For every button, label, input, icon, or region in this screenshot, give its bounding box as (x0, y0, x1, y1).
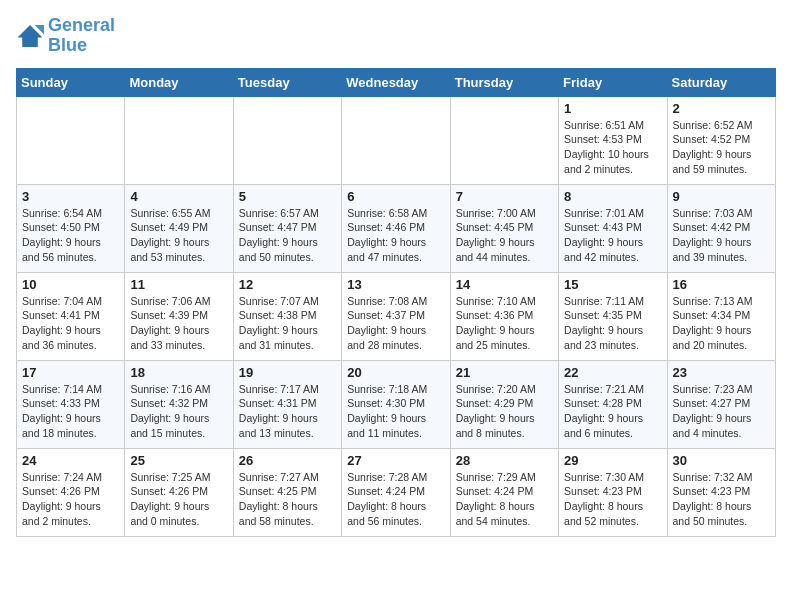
day-number: 6 (347, 189, 444, 204)
day-number: 20 (347, 365, 444, 380)
logo-icon (16, 22, 44, 50)
calendar-cell: 3Sunrise: 6:54 AMSunset: 4:50 PMDaylight… (17, 184, 125, 272)
day-info: Sunrise: 7:08 AMSunset: 4:37 PMDaylight:… (347, 294, 444, 353)
day-number: 13 (347, 277, 444, 292)
logo-line2: Blue (48, 36, 115, 56)
calendar-week-row: 10Sunrise: 7:04 AMSunset: 4:41 PMDayligh… (17, 272, 776, 360)
calendar-cell: 12Sunrise: 7:07 AMSunset: 4:38 PMDayligh… (233, 272, 341, 360)
day-info: Sunrise: 6:55 AMSunset: 4:49 PMDaylight:… (130, 206, 227, 265)
calendar-cell (233, 96, 341, 184)
day-number: 19 (239, 365, 336, 380)
day-info: Sunrise: 7:30 AMSunset: 4:23 PMDaylight:… (564, 470, 661, 529)
day-number: 30 (673, 453, 770, 468)
day-number: 10 (22, 277, 119, 292)
calendar-cell: 7Sunrise: 7:00 AMSunset: 4:45 PMDaylight… (450, 184, 558, 272)
day-number: 16 (673, 277, 770, 292)
calendar-cell: 21Sunrise: 7:20 AMSunset: 4:29 PMDayligh… (450, 360, 558, 448)
calendar-cell: 13Sunrise: 7:08 AMSunset: 4:37 PMDayligh… (342, 272, 450, 360)
calendar-cell (17, 96, 125, 184)
calendar-cell: 15Sunrise: 7:11 AMSunset: 4:35 PMDayligh… (559, 272, 667, 360)
day-number: 4 (130, 189, 227, 204)
day-number: 27 (347, 453, 444, 468)
calendar-week-row: 17Sunrise: 7:14 AMSunset: 4:33 PMDayligh… (17, 360, 776, 448)
day-info: Sunrise: 6:52 AMSunset: 4:52 PMDaylight:… (673, 118, 770, 177)
day-of-week-header: Sunday (17, 68, 125, 96)
calendar-cell (125, 96, 233, 184)
calendar-week-row: 24Sunrise: 7:24 AMSunset: 4:26 PMDayligh… (17, 448, 776, 536)
day-number: 12 (239, 277, 336, 292)
calendar-cell: 27Sunrise: 7:28 AMSunset: 4:24 PMDayligh… (342, 448, 450, 536)
day-info: Sunrise: 7:23 AMSunset: 4:27 PMDaylight:… (673, 382, 770, 441)
day-number: 2 (673, 101, 770, 116)
day-number: 14 (456, 277, 553, 292)
day-number: 11 (130, 277, 227, 292)
calendar-cell: 14Sunrise: 7:10 AMSunset: 4:36 PMDayligh… (450, 272, 558, 360)
day-number: 21 (456, 365, 553, 380)
day-info: Sunrise: 7:24 AMSunset: 4:26 PMDaylight:… (22, 470, 119, 529)
day-number: 1 (564, 101, 661, 116)
day-info: Sunrise: 7:25 AMSunset: 4:26 PMDaylight:… (130, 470, 227, 529)
day-info: Sunrise: 7:17 AMSunset: 4:31 PMDaylight:… (239, 382, 336, 441)
day-info: Sunrise: 7:03 AMSunset: 4:42 PMDaylight:… (673, 206, 770, 265)
day-info: Sunrise: 7:13 AMSunset: 4:34 PMDaylight:… (673, 294, 770, 353)
calendar-cell: 22Sunrise: 7:21 AMSunset: 4:28 PMDayligh… (559, 360, 667, 448)
calendar-table: SundayMondayTuesdayWednesdayThursdayFrid… (16, 68, 776, 537)
day-number: 18 (130, 365, 227, 380)
calendar-cell: 26Sunrise: 7:27 AMSunset: 4:25 PMDayligh… (233, 448, 341, 536)
day-info: Sunrise: 7:14 AMSunset: 4:33 PMDaylight:… (22, 382, 119, 441)
day-info: Sunrise: 7:29 AMSunset: 4:24 PMDaylight:… (456, 470, 553, 529)
day-number: 23 (673, 365, 770, 380)
calendar-cell (450, 96, 558, 184)
calendar-cell: 16Sunrise: 7:13 AMSunset: 4:34 PMDayligh… (667, 272, 775, 360)
day-info: Sunrise: 7:32 AMSunset: 4:23 PMDaylight:… (673, 470, 770, 529)
page-header: General Blue (16, 16, 776, 56)
calendar-cell (342, 96, 450, 184)
day-number: 3 (22, 189, 119, 204)
day-number: 28 (456, 453, 553, 468)
calendar-cell: 24Sunrise: 7:24 AMSunset: 4:26 PMDayligh… (17, 448, 125, 536)
day-info: Sunrise: 7:00 AMSunset: 4:45 PMDaylight:… (456, 206, 553, 265)
day-info: Sunrise: 7:27 AMSunset: 4:25 PMDaylight:… (239, 470, 336, 529)
day-of-week-header: Monday (125, 68, 233, 96)
day-info: Sunrise: 7:07 AMSunset: 4:38 PMDaylight:… (239, 294, 336, 353)
day-info: Sunrise: 7:04 AMSunset: 4:41 PMDaylight:… (22, 294, 119, 353)
calendar-cell: 20Sunrise: 7:18 AMSunset: 4:30 PMDayligh… (342, 360, 450, 448)
day-of-week-header: Tuesday (233, 68, 341, 96)
day-number: 15 (564, 277, 661, 292)
day-number: 26 (239, 453, 336, 468)
day-number: 29 (564, 453, 661, 468)
calendar-cell: 2Sunrise: 6:52 AMSunset: 4:52 PMDaylight… (667, 96, 775, 184)
day-info: Sunrise: 6:51 AMSunset: 4:53 PMDaylight:… (564, 118, 661, 177)
logo: General Blue (16, 16, 115, 56)
day-info: Sunrise: 6:57 AMSunset: 4:47 PMDaylight:… (239, 206, 336, 265)
calendar-cell: 10Sunrise: 7:04 AMSunset: 4:41 PMDayligh… (17, 272, 125, 360)
calendar-cell: 17Sunrise: 7:14 AMSunset: 4:33 PMDayligh… (17, 360, 125, 448)
day-info: Sunrise: 6:58 AMSunset: 4:46 PMDaylight:… (347, 206, 444, 265)
calendar-cell: 8Sunrise: 7:01 AMSunset: 4:43 PMDaylight… (559, 184, 667, 272)
day-number: 22 (564, 365, 661, 380)
calendar-cell: 25Sunrise: 7:25 AMSunset: 4:26 PMDayligh… (125, 448, 233, 536)
day-info: Sunrise: 7:16 AMSunset: 4:32 PMDaylight:… (130, 382, 227, 441)
calendar-cell: 30Sunrise: 7:32 AMSunset: 4:23 PMDayligh… (667, 448, 775, 536)
day-number: 8 (564, 189, 661, 204)
day-of-week-header: Thursday (450, 68, 558, 96)
day-info: Sunrise: 7:06 AMSunset: 4:39 PMDaylight:… (130, 294, 227, 353)
day-of-week-header: Friday (559, 68, 667, 96)
calendar-cell: 4Sunrise: 6:55 AMSunset: 4:49 PMDaylight… (125, 184, 233, 272)
day-number: 25 (130, 453, 227, 468)
day-info: Sunrise: 7:01 AMSunset: 4:43 PMDaylight:… (564, 206, 661, 265)
calendar-cell: 28Sunrise: 7:29 AMSunset: 4:24 PMDayligh… (450, 448, 558, 536)
day-number: 7 (456, 189, 553, 204)
day-number: 17 (22, 365, 119, 380)
day-info: Sunrise: 7:11 AMSunset: 4:35 PMDaylight:… (564, 294, 661, 353)
day-info: Sunrise: 6:54 AMSunset: 4:50 PMDaylight:… (22, 206, 119, 265)
day-number: 9 (673, 189, 770, 204)
calendar-cell: 29Sunrise: 7:30 AMSunset: 4:23 PMDayligh… (559, 448, 667, 536)
calendar-cell: 1Sunrise: 6:51 AMSunset: 4:53 PMDaylight… (559, 96, 667, 184)
calendar-cell: 23Sunrise: 7:23 AMSunset: 4:27 PMDayligh… (667, 360, 775, 448)
calendar-header-row: SundayMondayTuesdayWednesdayThursdayFrid… (17, 68, 776, 96)
calendar-week-row: 3Sunrise: 6:54 AMSunset: 4:50 PMDaylight… (17, 184, 776, 272)
day-info: Sunrise: 7:10 AMSunset: 4:36 PMDaylight:… (456, 294, 553, 353)
calendar-week-row: 1Sunrise: 6:51 AMSunset: 4:53 PMDaylight… (17, 96, 776, 184)
calendar-cell: 18Sunrise: 7:16 AMSunset: 4:32 PMDayligh… (125, 360, 233, 448)
